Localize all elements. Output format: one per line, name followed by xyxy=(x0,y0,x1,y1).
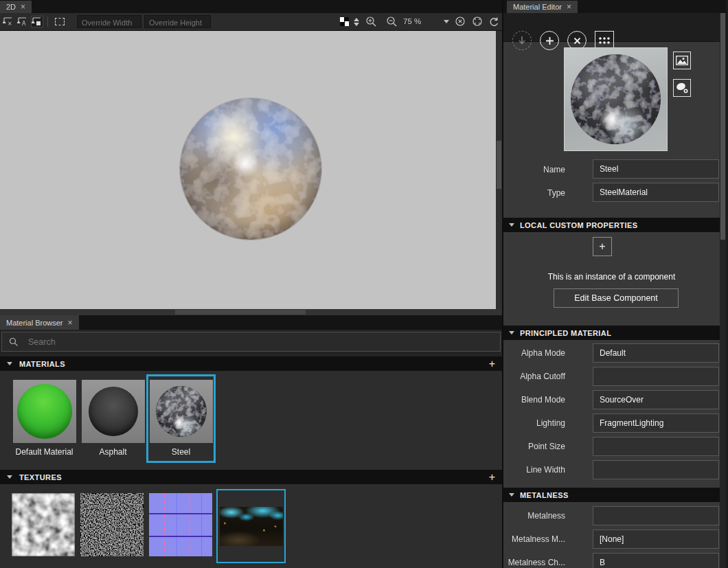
preview-model-button[interactable] xyxy=(673,79,691,97)
override-width-field[interactable] xyxy=(77,15,141,28)
alpha-cutoff-input[interactable] xyxy=(593,367,718,385)
close-icon[interactable]: × xyxy=(567,3,571,11)
plus-icon xyxy=(545,36,554,45)
materials-section-header[interactable]: MATERIALS + xyxy=(0,356,502,371)
lighting-input[interactable] xyxy=(593,414,718,432)
vertical-scroll-thumb[interactable] xyxy=(497,141,501,189)
textures-section-header[interactable]: TEXTURES + xyxy=(0,470,502,484)
line-width-label: Line Width xyxy=(503,465,565,475)
material-item-steel-selected[interactable]: Steel xyxy=(146,374,216,463)
apply-to-selected-button[interactable] xyxy=(512,31,532,50)
point-size-label: Point Size xyxy=(503,442,565,451)
tab-2d[interactable]: 2D × xyxy=(0,1,32,14)
alpha-cutoff-field[interactable] xyxy=(593,367,719,386)
svg-text:A: A xyxy=(22,21,26,27)
local-custom-properties-title: LOCAL CUSTOM PROPERTIES xyxy=(520,221,637,229)
texture-item-grain[interactable] xyxy=(80,493,144,556)
preview-environment-button[interactable] xyxy=(673,52,691,69)
blend-mode-input[interactable] xyxy=(593,391,718,409)
viewport-vertical-scrollbar[interactable] xyxy=(496,31,502,309)
point-size-input[interactable] xyxy=(593,438,718,455)
tab-material-editor[interactable]: Material Editor × xyxy=(507,1,578,14)
anchor-fill-icon xyxy=(32,16,43,27)
select-frame-button[interactable] xyxy=(54,16,66,27)
material-item-default[interactable]: Default Material xyxy=(10,374,79,463)
zoom-selection-button[interactable] xyxy=(454,16,466,27)
anchor-a-button[interactable]: A xyxy=(16,16,29,27)
add-texture-button[interactable]: + xyxy=(489,472,495,483)
texture-item-environment-selected[interactable] xyxy=(216,489,286,563)
texture-item-normal-map[interactable] xyxy=(149,493,212,556)
principled-material-title: PRINCIPLED MATERIAL xyxy=(520,329,611,337)
local-custom-properties-header[interactable]: LOCAL CUSTOM PROPERTIES xyxy=(503,218,728,232)
add-custom-property-button[interactable]: + xyxy=(593,237,612,256)
override-height-field[interactable] xyxy=(144,15,211,28)
point-size-field[interactable] xyxy=(593,437,719,456)
tab-material-browser[interactable]: Material Browser × xyxy=(0,315,79,330)
zoom-in-icon xyxy=(365,16,377,27)
metalness-channel-label: Metalness Ch... xyxy=(503,558,565,567)
metalness-map-input[interactable] xyxy=(593,530,718,548)
material-preview xyxy=(564,47,668,151)
add-material-button[interactable]: + xyxy=(489,359,495,370)
material-editor-pane: Material Editor × xyxy=(503,0,728,568)
anchor-fill-button[interactable] xyxy=(31,16,43,27)
caret-down-icon[interactable] xyxy=(509,493,514,497)
noise-blur-texture xyxy=(12,493,75,556)
search-icon xyxy=(9,337,19,347)
tab-material-editor-label: Material Editor xyxy=(513,3,562,11)
caret-down-icon[interactable] xyxy=(509,223,514,227)
editor-scroll-thumb[interactable] xyxy=(720,13,725,240)
background-checker-icon[interactable] xyxy=(340,17,349,26)
caret-down-icon[interactable] xyxy=(509,331,514,334)
create-material-button[interactable] xyxy=(540,31,559,50)
zoom-dropdown-arrow-icon[interactable] xyxy=(444,20,449,23)
zoom-in-button[interactable] xyxy=(365,16,377,27)
zoom-selection-icon xyxy=(455,16,466,27)
asphalt-sphere-preview xyxy=(89,387,138,436)
type-field[interactable] xyxy=(593,183,719,202)
zoom-out-button[interactable] xyxy=(385,16,398,27)
override-width-input[interactable] xyxy=(78,17,141,29)
editor-vertical-scrollbar[interactable] xyxy=(720,13,726,568)
caret-down-icon[interactable] xyxy=(7,362,12,365)
close-icon[interactable]: × xyxy=(21,3,25,11)
close-icon[interactable]: × xyxy=(68,319,73,327)
material-item-label: Steel xyxy=(172,447,190,457)
metalness-channel-field[interactable] xyxy=(593,553,719,568)
alpha-mode-field[interactable] xyxy=(593,343,719,363)
metalness-header[interactable]: METALNESS xyxy=(503,488,728,502)
metalness-channel-input[interactable] xyxy=(593,554,718,568)
view-2d-tabbar: 2D × xyxy=(0,0,502,13)
line-width-field[interactable] xyxy=(593,460,719,479)
reset-view-button[interactable] xyxy=(488,16,500,27)
zoom-level-display[interactable]: 75 % xyxy=(403,17,421,25)
override-height-input[interactable] xyxy=(145,17,210,29)
horizontal-scroll-thumb[interactable] xyxy=(175,310,306,315)
zoom-fit-button[interactable] xyxy=(471,16,484,27)
texture-item-noise-blur[interactable] xyxy=(12,493,75,556)
metalness-field[interactable] xyxy=(593,506,719,525)
caret-down-icon[interactable] xyxy=(7,475,12,479)
name-input[interactable] xyxy=(593,160,718,178)
materials-section-title: MATERIALS xyxy=(19,360,65,368)
lighting-field[interactable] xyxy=(593,413,719,433)
material-item-asphalt[interactable]: Asphalt xyxy=(78,374,148,463)
alpha-mode-input[interactable] xyxy=(593,344,718,362)
search-field[interactable] xyxy=(1,332,501,352)
principled-material-header[interactable]: PRINCIPLED MATERIAL xyxy=(503,326,728,340)
metalness-input[interactable] xyxy=(593,507,718,525)
metalness-map-field[interactable] xyxy=(593,530,719,549)
toolbar-separator xyxy=(47,16,48,27)
type-input[interactable] xyxy=(593,183,718,201)
name-field[interactable] xyxy=(593,159,719,179)
zoom-stepper[interactable] xyxy=(352,16,360,27)
anchor-x-button[interactable]: × xyxy=(2,16,14,27)
blend-mode-field[interactable] xyxy=(593,390,719,409)
viewport-horizontal-scrollbar[interactable] xyxy=(0,309,502,315)
environment-panorama-texture xyxy=(220,507,283,546)
line-width-input[interactable] xyxy=(593,461,718,479)
edit-base-component-button[interactable]: Edit Base Component xyxy=(554,288,679,308)
search-input[interactable] xyxy=(28,337,493,347)
canvas-2d-viewport[interactable] xyxy=(0,31,496,309)
